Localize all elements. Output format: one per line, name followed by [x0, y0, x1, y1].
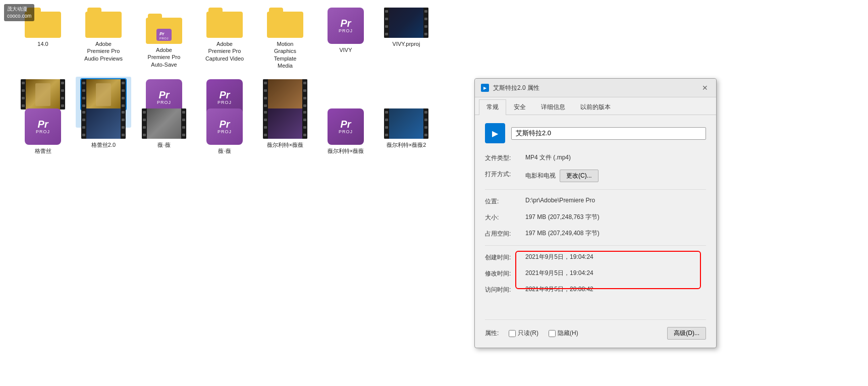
prop-label-filetype: 文件类型: [485, 153, 525, 162]
video-wei[interactable]: 薇·薇 [136, 106, 192, 157]
film-dots-left-wei [142, 108, 147, 139]
prop-row-accessed: 访问时间: 2021年9月5日，20:08:42 [485, 285, 706, 294]
tab-security[interactable]: 安全 [506, 99, 533, 115]
film-dots-right-gesi [302, 79, 307, 109]
video-thumb-wei [147, 108, 181, 139]
folder-audio-previews[interactable]: AdobePremiere ProAudio Previews [76, 5, 131, 72]
dialog-tabs: 常规 安全 详细信息 以前的版本 [475, 97, 716, 115]
dialog-titlebar: 艾斯特拉2.0 属性 ✕ [475, 79, 716, 97]
video-icon-weilix [263, 108, 307, 139]
prop-value-modified: 2021年9月5日，19:04:24 [525, 269, 706, 278]
film-dots-left-gelei2 [81, 108, 86, 139]
prop-row-modified: 修改时间: 2021年9月5日，19:04:24 [485, 269, 706, 278]
footer-divider [485, 319, 706, 320]
dialog-close-button[interactable]: ✕ [700, 83, 710, 93]
film-dots-right-gelei2 [121, 108, 126, 139]
prop-row-size: 大小: 197 MB (207,248,763 字节) [485, 213, 706, 222]
video-label-weilix2: 薇尔利特×薇薇2 [387, 141, 426, 148]
prop-value-size: 197 MB (207,248,763 字节) [525, 213, 706, 222]
dialog-title-left: 艾斯特拉2.0 属性 [481, 84, 539, 92]
checkbox-readonly-label[interactable]: 只读(R) [509, 329, 538, 338]
proj-vivy[interactable]: Pr PROJ VIVY [318, 5, 373, 72]
video-weilix[interactable]: 薇尔利特×薇薇 [257, 106, 313, 157]
film-dots-right-vivy [423, 8, 428, 38]
proj-label-vivy: VIVY [339, 46, 352, 53]
prop-row-created: 创建时间: 2021年9月5日，19:04:24 [485, 253, 706, 262]
prop-label-size: 大小: [485, 213, 525, 222]
tab-details[interactable]: 详细信息 [533, 99, 573, 115]
video-icon-wei [142, 108, 186, 139]
dialog-title-text: 艾斯特拉2.0 属性 [493, 84, 539, 92]
dialog-title-icon [481, 84, 489, 92]
prop-row-openapp: 打开方式: 电影和电视 更改(C)... [485, 170, 706, 182]
proj-label-weilix: 薇尔利特×薇薇 [328, 147, 364, 154]
film-dots-right-astella [60, 79, 65, 109]
folder-captured-video[interactable]: AdobePremiere ProCaptured Video [197, 5, 252, 72]
checkbox-readonly-text: 只读(R) [518, 329, 538, 338]
proj-label-gelei: 格蕾丝 [35, 147, 51, 154]
folder-motion-graphics[interactable]: MotionGraphicsTemplateMedia [257, 5, 313, 72]
video-thumb-gesi [268, 79, 302, 109]
properties-dialog: 艾斯特拉2.0 属性 ✕ 常规 安全 详细信息 以前的版本 文件类型: MP4 … [474, 78, 717, 348]
video-thumb-gelei2 [86, 108, 121, 139]
video-vivy-prproj[interactable]: VIVY.prproj [378, 5, 434, 72]
video-thumb-vivy [389, 8, 423, 38]
prop-value-created: 2021年9月5日，19:04:24 [525, 253, 706, 261]
video-weilix2[interactable]: 薇尔利特×薇薇2 [378, 106, 434, 157]
dialog-content: 文件类型: MP4 文件 (.mp4) 打开方式: 电影和电视 更改(C)...… [475, 115, 716, 309]
prop-row-disksize: 占用空间: 197 MB (207,249,408 字节) [485, 229, 706, 238]
film-dots-right-wei [181, 108, 186, 139]
prop-label-accessed: 访问时间: [485, 285, 525, 294]
proj-label-wei: 薇·薇 [218, 147, 231, 154]
watermark: 茂大动漫 cooco.com [4, 4, 34, 21]
attr-row: 属性: 只读(R) 隐藏(H) 高级(D)... [485, 327, 706, 340]
change-app-button[interactable]: 更改(C)... [560, 170, 599, 182]
folder-label-audio-previews: AdobePremiere ProAudio Previews [84, 40, 123, 62]
proj-wei[interactable]: Pr PROJ 薇·薇 [197, 106, 252, 157]
dates-section: 创建时间: 2021年9月5日，19:04:24 修改时间: 2021年9月5日… [485, 253, 706, 278]
video-icon-gelei2 [81, 108, 126, 139]
film-dots-right-astella-2 [121, 79, 126, 109]
pr-proj-icon-wei: Pr PROJ [206, 108, 243, 145]
proj-weilix[interactable]: Pr PROJ 薇尔利特×薇薇 [318, 106, 373, 157]
tab-previous-versions[interactable]: 以前的版本 [573, 99, 618, 115]
video-thumb-weilix2 [389, 108, 423, 139]
dialog-footer: 属性: 只读(R) 隐藏(H) 高级(D)... [475, 309, 716, 348]
film-dots-left-astella [21, 79, 26, 109]
advanced-button[interactable]: 高级(D)... [667, 327, 706, 340]
film-dots-right-weilix2 [423, 108, 428, 139]
video-label-wei: 薇·薇 [157, 141, 170, 148]
prop-value-location: D:\pr\Adobe\Premiere Pro [525, 197, 706, 204]
checkbox-hidden[interactable] [549, 330, 556, 337]
pr-proj-icon-vivy: Pr PROJ [328, 8, 364, 44]
film-dots-left-weilix [263, 108, 268, 139]
video-label-gelei2: 格蕾丝2.0 [91, 141, 116, 148]
folder-label-14: 14.0 [37, 40, 48, 47]
file-type-icon [485, 123, 505, 143]
folder-label-motion-graphics: MotionGraphicsTemplateMedia [274, 40, 297, 69]
prop-row-location: 位置: D:\pr\Adobe\Premiere Pro [485, 197, 706, 206]
prop-label-modified: 修改时间: [485, 269, 525, 278]
file-info-header [485, 123, 706, 143]
video-icon-astella-2 [81, 79, 126, 109]
prop-row-filetype: 文件类型: MP4 文件 (.mp4) [485, 153, 706, 162]
proj-gelei[interactable]: Pr PROJ 格蕾丝 [15, 106, 71, 157]
checkbox-readonly[interactable] [509, 330, 516, 337]
file-name-input[interactable] [511, 127, 706, 140]
video-icon-astella [21, 79, 65, 109]
prop-value-accessed: 2021年9月5日，20:08:42 [525, 285, 706, 294]
film-dots-left-astella-2 [81, 79, 86, 109]
tab-general[interactable]: 常规 [479, 99, 506, 115]
prop-value-openapp: 电影和电视 更改(C)... [525, 170, 706, 182]
folder-icon-audio-previews [85, 8, 122, 38]
folder-auto-save[interactable]: Pr PROJ AdobePremiere ProAuto-Save [136, 5, 192, 72]
film-dots-left-weilix2 [384, 108, 389, 139]
checkbox-hidden-label[interactable]: 隐藏(H) [549, 329, 578, 338]
video-label-vivy-prproj: VIVY.prproj [393, 40, 420, 47]
folder-icon-motion-graphics [267, 8, 303, 38]
video-icon-gesi [263, 79, 307, 109]
folder-icon-captured-video [206, 8, 243, 38]
video-gelei2[interactable]: 格蕾丝2.0 [76, 106, 131, 157]
film-dots-left-vivy [384, 8, 389, 38]
checkbox-hidden-text: 隐藏(H) [558, 329, 578, 338]
